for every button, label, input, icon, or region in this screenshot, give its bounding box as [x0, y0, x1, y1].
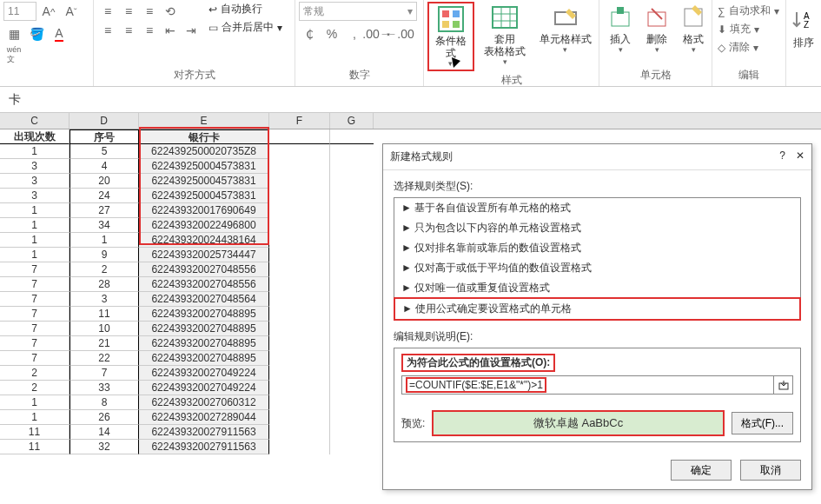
data-cell[interactable]: 622439320027048556 [139, 262, 269, 277]
orientation-icon[interactable]: ⟲ [160, 2, 181, 21]
data-cell[interactable]: 11 [0, 425, 70, 440]
data-cell[interactable]: 622439320027049224 [139, 366, 269, 381]
fontsize-combo[interactable]: 11 [3, 2, 36, 21]
data-cell[interactable]: 622439320027289044 [139, 410, 269, 425]
data-cell[interactable]: 2 [70, 262, 139, 277]
border-icon[interactable]: ▦ [3, 24, 24, 43]
data-cell[interactable]: 622439250004573831 [139, 189, 269, 203]
data-cell[interactable]: 7 [0, 307, 70, 322]
data-cell[interactable]: 622439320027048556 [139, 277, 269, 292]
empty-cell[interactable] [269, 425, 330, 440]
data-cell[interactable]: 8 [70, 395, 139, 410]
data-cell[interactable]: 622439320027048564 [139, 292, 269, 307]
data-cell[interactable]: 22 [70, 351, 139, 366]
empty-cell[interactable] [269, 248, 330, 262]
empty-cell[interactable] [330, 381, 374, 395]
data-cell[interactable]: 1 [0, 248, 70, 262]
col-header-g[interactable]: G [330, 113, 374, 129]
col-header-c[interactable]: C [0, 113, 70, 129]
align-center-icon[interactable]: ≡ [118, 21, 139, 40]
data-cell[interactable]: 1 [0, 203, 70, 218]
decrease-font-icon[interactable]: Aˇ [61, 2, 82, 21]
formula-input[interactable]: =COUNTIF($E:$E,E1&"*")>1 [401, 375, 793, 395]
empty-cell[interactable] [269, 189, 330, 203]
data-cell[interactable]: 26 [70, 410, 139, 425]
data-cell[interactable]: 14 [70, 425, 139, 440]
col-header-f[interactable]: F [269, 113, 330, 129]
data-cell[interactable]: 622439250004573831 [139, 174, 269, 189]
empty-cell[interactable] [330, 218, 374, 233]
data-cell[interactable]: 3 [0, 174, 70, 189]
rule-type-item[interactable]: ► 仅对唯一值或重复值设置格式 [394, 278, 800, 298]
rule-type-item[interactable]: ► 使用公式确定要设置格式的单元格 [394, 297, 801, 321]
data-cell[interactable]: 10 [70, 322, 139, 336]
empty-cell[interactable] [330, 366, 374, 381]
data-cell[interactable]: 622439320027048895 [139, 307, 269, 322]
data-cell[interactable]: 622439320027049224 [139, 381, 269, 395]
empty-cell[interactable] [330, 189, 374, 203]
data-cell[interactable]: 3 [70, 292, 139, 307]
data-cell[interactable]: 11 [70, 307, 139, 322]
data-cell[interactable]: 7 [0, 277, 70, 292]
empty-cell[interactable] [330, 129, 374, 144]
data-cell[interactable]: 21 [70, 336, 139, 351]
data-cell[interactable]: 1 [0, 144, 70, 159]
formula-bar[interactable]: 卡 [0, 87, 821, 113]
fill-color-icon[interactable]: 🪣 [26, 24, 47, 43]
data-cell[interactable]: 622439250004573831 [139, 159, 269, 174]
empty-cell[interactable] [330, 262, 374, 277]
empty-cell[interactable] [330, 425, 374, 440]
data-cell[interactable]: 6224392500020735Z8 [139, 144, 269, 159]
header-cell[interactable]: 出现次数 [0, 129, 70, 144]
empty-cell[interactable] [269, 277, 330, 292]
align-left-icon[interactable]: ≡ [97, 21, 118, 40]
merge-center-button[interactable]: ▭ 合并后居中 ▾ [209, 20, 282, 35]
rule-type-list[interactable]: ► 基于各自值设置所有单元格的格式► 只为包含以下内容的单元格设置格式► 仅对排… [394, 197, 801, 321]
data-cell[interactable]: 27 [70, 203, 139, 218]
empty-cell[interactable] [330, 292, 374, 307]
indent-inc-icon[interactable]: ⇥ [181, 21, 202, 40]
dialog-titlebar[interactable]: 新建格式规则 ? ✕ [383, 144, 811, 170]
data-cell[interactable]: 9 [70, 248, 139, 262]
insert-button[interactable]: 插入 ▾ [603, 2, 638, 56]
empty-cell[interactable] [269, 262, 330, 277]
align-right-icon[interactable]: ≡ [139, 21, 160, 40]
conditional-format-button[interactable]: 条件格式 ▾ [427, 2, 474, 71]
empty-cell[interactable] [269, 292, 330, 307]
empty-cell[interactable] [269, 233, 330, 248]
data-cell[interactable]: 1 [0, 233, 70, 248]
data-cell[interactable]: 7 [70, 366, 139, 381]
data-cell[interactable]: 7 [0, 336, 70, 351]
empty-cell[interactable] [269, 351, 330, 366]
format-as-table-button[interactable]: 套用 表格格式 ▾ [476, 2, 534, 68]
currency-icon[interactable]: ₵ [299, 24, 320, 43]
header-cell[interactable]: 银行卡 [139, 129, 269, 144]
data-cell[interactable]: 32 [70, 440, 139, 454]
empty-cell[interactable] [269, 218, 330, 233]
data-cell[interactable]: 5 [70, 144, 139, 159]
data-cell[interactable]: 622439320027911563 [139, 425, 269, 440]
data-cell[interactable]: 4 [70, 159, 139, 174]
data-cell[interactable]: 34 [70, 218, 139, 233]
empty-cell[interactable] [269, 129, 330, 144]
empty-cell[interactable] [330, 395, 374, 410]
empty-cell[interactable] [330, 322, 374, 336]
align-middle-icon[interactable]: ≡ [118, 2, 139, 21]
col-header-e[interactable]: E [139, 113, 269, 129]
clear-button[interactable]: ◇ 清除 ▾ [718, 40, 758, 55]
close-button[interactable]: ✕ [796, 149, 804, 164]
sort-button[interactable]: AZ 排序 [786, 5, 821, 50]
empty-cell[interactable] [330, 277, 374, 292]
rule-type-item[interactable]: ► 仅对高于或低于平均值的数值设置格式 [394, 258, 800, 278]
empty-cell[interactable] [330, 336, 374, 351]
data-cell[interactable]: 1 [0, 395, 70, 410]
empty-cell[interactable] [269, 322, 330, 336]
data-cell[interactable]: 1 [70, 233, 139, 248]
empty-cell[interactable] [330, 351, 374, 366]
data-cell[interactable]: 11 [0, 440, 70, 454]
data-cell[interactable]: 622439320027911563 [139, 440, 269, 454]
col-header-d[interactable]: D [70, 113, 139, 129]
autosum-button[interactable]: ∑ 自动求和 ▾ [718, 3, 779, 18]
help-button[interactable]: ? [779, 149, 785, 164]
empty-cell[interactable] [269, 174, 330, 189]
